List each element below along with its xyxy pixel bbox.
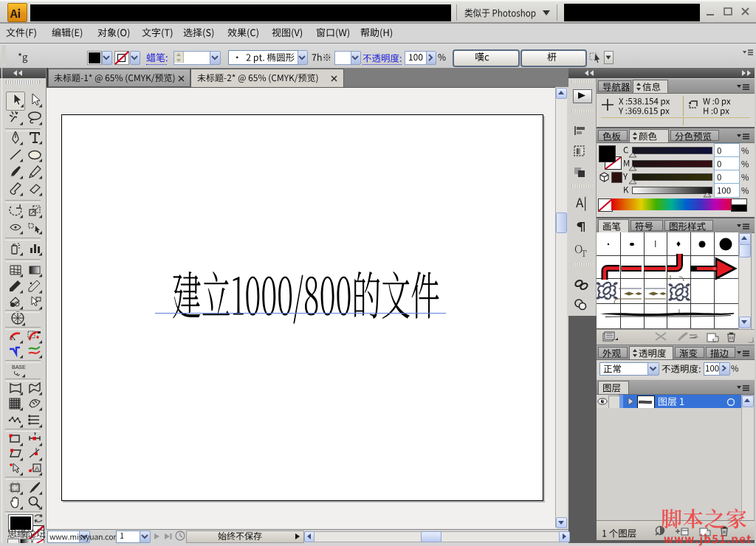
svg-text:A: A (35, 465, 39, 472)
svg-text:BASE: BASE (12, 364, 26, 370)
